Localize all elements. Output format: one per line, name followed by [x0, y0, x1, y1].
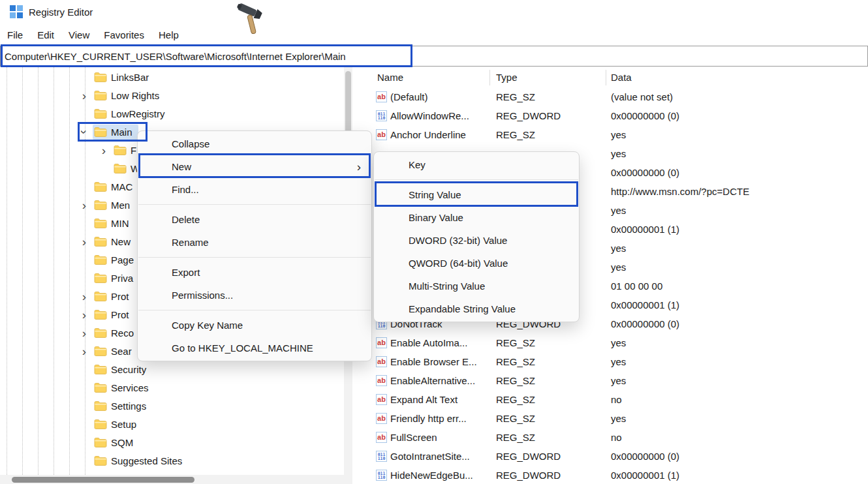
- submenu-item-expandable-string-value[interactable]: Expandable String Value: [374, 297, 579, 320]
- value-data: yes: [611, 352, 626, 371]
- menubar-item-edit[interactable]: Edit: [30, 26, 61, 44]
- context-menu-item-rename[interactable]: Rename: [138, 231, 371, 254]
- menu-item-label: Binary Value: [409, 212, 463, 223]
- tree-item-setup[interactable]: Setup: [76, 415, 142, 433]
- tree-item-label: Settings: [111, 401, 146, 412]
- value-row[interactable]: abAnchor UnderlineREG_SZyes: [352, 125, 868, 144]
- submenu-item-dword-32-bit-value[interactable]: DWORD (32-bit) Value: [374, 229, 579, 252]
- menu-item-label: DWORD (32-bit) Value: [409, 235, 507, 246]
- menubar-item-favorites[interactable]: Favorites: [97, 26, 151, 44]
- tree-item-min[interactable]: MIN: [76, 214, 135, 232]
- folder-icon: [94, 382, 107, 393]
- value-row[interactable]: abEnableAlternative...REG_SZyes: [352, 371, 868, 390]
- context-menu-item-go-to-hkey-local-machine[interactable]: Go to HKEY_LOCAL_MACHINE: [138, 337, 371, 359]
- tree-item-priva[interactable]: Priva: [76, 269, 139, 287]
- submenu-item-binary-value[interactable]: Binary Value: [374, 206, 579, 229]
- reg-sz-icon: ab: [376, 428, 387, 447]
- value-data: 0x00000000 (0): [611, 106, 679, 125]
- tree-horizontal-scrollbar[interactable]: [0, 475, 344, 484]
- chevron-right-icon[interactable]: ›: [76, 345, 93, 357]
- chevron-right-icon[interactable]: ›: [76, 89, 93, 102]
- value-data: yes: [611, 409, 626, 428]
- tree-item-f[interactable]: ›F: [95, 141, 142, 159]
- chevron-right-icon[interactable]: ›: [76, 327, 93, 339]
- value-row[interactable]: abFriendly http err...REG_SZyes: [352, 409, 868, 428]
- tree-item-settings[interactable]: Settings: [76, 397, 152, 415]
- tree-item-prot[interactable]: ›Prot: [76, 287, 135, 305]
- value-row[interactable]: 011110HideNewEdgeBu...REG_DWORD0x0000000…: [352, 466, 868, 484]
- tree-item-label: Reco: [111, 327, 134, 339]
- menubar-item-file[interactable]: File: [0, 26, 30, 44]
- chevron-down-icon[interactable]: ›: [78, 123, 91, 140]
- context-menu-item-copy-key-name[interactable]: Copy Key Name: [138, 314, 371, 337]
- header-separator[interactable]: [606, 70, 606, 85]
- chevron-right-icon[interactable]: ›: [76, 290, 93, 303]
- column-header-type[interactable]: Type: [496, 67, 518, 87]
- value-data: 0x00000001 (1): [611, 295, 679, 314]
- value-row[interactable]: abExpand Alt TextREG_SZno: [352, 390, 868, 409]
- chevron-right-icon[interactable]: ›: [76, 235, 93, 248]
- reg-sz-icon: ab: [376, 409, 387, 428]
- tree-item-page[interactable]: Page: [76, 250, 140, 269]
- chevron-right-icon[interactable]: ›: [95, 144, 112, 157]
- menubar-item-view[interactable]: View: [61, 26, 97, 44]
- value-data: (value not set): [611, 87, 673, 106]
- context-menu-item-find[interactable]: Find...: [138, 178, 371, 201]
- value-name: FullScreen: [390, 428, 437, 447]
- tree-item-new[interactable]: ›New: [76, 232, 136, 250]
- context-menu-item-export[interactable]: Export: [138, 261, 371, 284]
- column-header-data[interactable]: Data: [611, 67, 632, 87]
- tree-item-label: Sear: [111, 346, 132, 357]
- menu-item-label: Expandable String Value: [409, 303, 516, 314]
- tree-item-sqm[interactable]: SQM: [76, 433, 139, 451]
- address-bar[interactable]: Computer\HKEY_CURRENT_USER\Software\Micr…: [0, 46, 868, 67]
- header-separator[interactable]: [489, 70, 490, 85]
- context-menu-item-collapse[interactable]: Collapse: [138, 132, 371, 155]
- context-menu-item-permissions[interactable]: Permissions...: [138, 284, 371, 307]
- tree-item-men[interactable]: ›Men: [76, 196, 136, 214]
- tree-item-mac[interactable]: MAC: [76, 177, 138, 196]
- tree-item-suggested-sites[interactable]: Suggested Sites: [76, 451, 188, 470]
- value-row[interactable]: 011110AllowWindowRe...REG_DWORD0x0000000…: [352, 106, 868, 125]
- menubar-item-help[interactable]: Help: [151, 26, 186, 44]
- submenu-item-multi-string-value[interactable]: Multi-String Value: [374, 275, 579, 297]
- tree-item-lowregistry[interactable]: LowRegistry: [76, 104, 171, 123]
- tree-item-security[interactable]: Security: [76, 360, 152, 378]
- tree-item-reco[interactable]: ›Reco: [76, 324, 140, 342]
- tree-item-label: New: [111, 236, 131, 247]
- chevron-right-icon[interactable]: ›: [76, 309, 93, 321]
- menu-item-label: Go to HKEY_LOCAL_MACHINE: [172, 342, 313, 354]
- tree-item-prot[interactable]: ›Prot: [76, 305, 135, 324]
- context-menu-item-new[interactable]: New›: [138, 155, 371, 178]
- value-row[interactable]: abEnable AutoIma...REG_SZyes: [352, 333, 868, 352]
- tree-item-linksbar[interactable]: LinksBar: [76, 68, 155, 86]
- column-header-name[interactable]: Name: [377, 67, 403, 87]
- folder-icon: [94, 273, 107, 283]
- context-menu-item-delete[interactable]: Delete: [138, 208, 371, 231]
- tree-item-label: LinksBar: [111, 72, 149, 83]
- value-row[interactable]: ab(Default)REG_SZ(value not set): [352, 87, 868, 106]
- value-row[interactable]: 011110GotoIntranetSite...REG_DWORD0x0000…: [352, 447, 868, 466]
- submenu-item-key[interactable]: Key: [374, 153, 579, 176]
- value-data: no: [611, 390, 622, 409]
- chevron-right-icon[interactable]: ›: [76, 199, 93, 211]
- horizontal-scrollbar-thumb[interactable]: [12, 477, 194, 483]
- value-name: Friendly http err...: [390, 409, 467, 428]
- tree-item-main[interactable]: ›Main: [76, 123, 138, 141]
- value-name: Enable Browser E...: [390, 352, 477, 371]
- value-name: Anchor Underline: [390, 125, 466, 144]
- value-type: REG_SZ: [496, 371, 535, 390]
- submenu-item-string-value[interactable]: String Value: [374, 183, 579, 206]
- menu-item-label: Key: [409, 159, 426, 170]
- menu-item-label: QWORD (64-bit) Value: [409, 258, 508, 269]
- value-data: yes: [611, 258, 626, 277]
- menu-item-label: Export: [172, 267, 200, 278]
- tree-item-services[interactable]: Services: [76, 378, 155, 397]
- tree-item-sear[interactable]: ›Sear: [76, 342, 138, 360]
- value-row[interactable]: abFullScreenREG_SZno: [352, 428, 868, 447]
- value-data: yes: [611, 333, 626, 352]
- tree-item-low-rights[interactable]: ›Low Rights: [76, 86, 165, 104]
- tree-guide-line: [69, 67, 70, 475]
- submenu-item-qword-64-bit-value[interactable]: QWORD (64-bit) Value: [374, 252, 579, 275]
- value-row[interactable]: abEnable Browser E...REG_SZyes: [352, 352, 868, 371]
